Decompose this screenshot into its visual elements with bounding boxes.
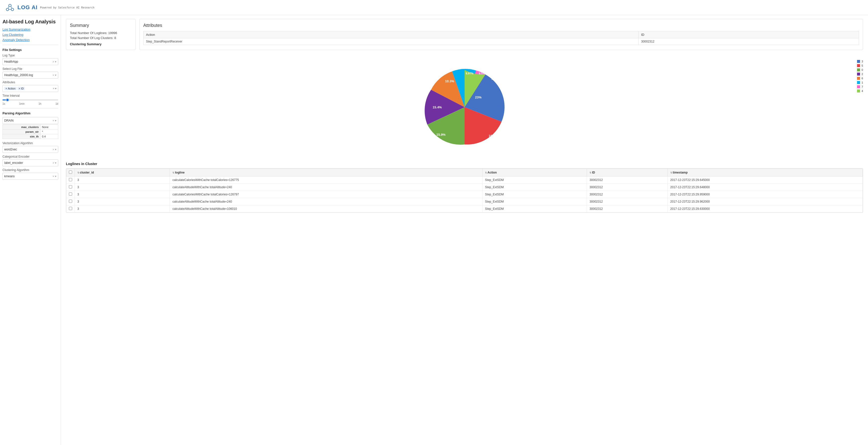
row-timestamp-0: 2017-12-23T22:15:29.645000	[668, 177, 863, 184]
slider-label-1h: 1h	[38, 102, 41, 105]
pie-label-7: 6.5%	[479, 72, 485, 75]
row-action-3: Step_ExtSDM	[483, 198, 587, 205]
log-file-clear-icon[interactable]: ×	[53, 73, 54, 76]
slider-thumb[interactable]	[6, 98, 9, 102]
col-cluster-id-label: cluster_id	[80, 171, 94, 174]
divider-2	[2, 108, 58, 108]
log-file-select[interactable]: HealthApp_20000.log × ▾	[2, 72, 58, 78]
col-cluster-id[interactable]: ⇅cluster_id	[75, 169, 170, 177]
param-key-param-str: param_str	[3, 129, 40, 134]
row-cluster-id-1: 3	[75, 184, 170, 191]
legend-item-7: 7	[857, 85, 863, 88]
row-check-2[interactable]	[69, 192, 72, 196]
legend-label-5: 5	[862, 64, 863, 67]
tag-remove-id[interactable]: ×	[19, 87, 20, 90]
clustering-algorithm-value: kmeans	[4, 174, 53, 178]
categorical-encoder-select[interactable]: label_encoder × ▾	[2, 159, 58, 166]
table-row: 3 calculateCaloriesWithCache totalCalori…	[66, 191, 863, 198]
logo-text: LOG AI	[18, 4, 37, 11]
pie-label-6: 10.3%	[445, 79, 454, 83]
legend-item-1: 1	[857, 81, 863, 84]
col-timestamp[interactable]: ⇅timestamp	[668, 169, 863, 177]
tag-dropdown-icon[interactable]: ▾	[55, 87, 57, 90]
tag-clear-icon[interactable]: ×	[53, 87, 55, 90]
legend-item-6: 6	[857, 77, 863, 80]
table-row: 3 calculateAltitudeWithCache totalAltitu…	[66, 184, 863, 191]
parsing-algorithm-value: DRAIN	[4, 119, 53, 122]
params-table: max_clusters None param_str * sim_th 0.4	[2, 125, 58, 139]
total-loglines-stat: Total Number Of Loglines: 19996	[70, 31, 131, 35]
table-header-row: ⇅cluster_id ⇅logline ⇅Action ⇅ID ⇅timest…	[66, 169, 863, 177]
row-check-3[interactable]	[69, 200, 72, 203]
sidebar-item-log-clustering[interactable]: Log Clustering	[2, 33, 58, 36]
vectorization-select[interactable]: word2vec × ▾	[2, 146, 58, 153]
parsing-clear-icon[interactable]: ×	[53, 119, 54, 122]
categorical-encoder-dropdown-icon[interactable]: ▾	[55, 161, 57, 165]
pie-label-3: 23%	[475, 95, 481, 99]
log-type-value: HealthApp	[4, 60, 53, 63]
attributes-panel: Attributes Action ID Step_StandReportRec…	[139, 19, 863, 50]
row-check-0[interactable]	[69, 178, 72, 181]
log-type-dropdown-icon[interactable]: ▾	[55, 60, 57, 63]
log-type-select[interactable]: HealthApp × ▾	[2, 58, 58, 65]
powered-by: Powered by Salesforce AI Research	[40, 6, 94, 9]
log-type-controls: × ▾	[53, 60, 57, 63]
sidebar-item-log-summarization[interactable]: Log Summarization	[2, 28, 58, 31]
col-action[interactable]: ⇅Action	[483, 169, 587, 177]
row-cluster-id-4: 3	[75, 205, 170, 213]
sidebar-item-anomaly-detection[interactable]: Anomaly Detection	[2, 38, 58, 42]
time-interval-slider[interactable]: 1s 1min 1h 1d	[2, 99, 58, 105]
row-logline-2: calculateCaloriesWithCache totalCalories…	[170, 191, 483, 198]
sort-icon-cluster-id: ⇅	[78, 171, 79, 174]
row-timestamp-2: 2017-12-23T22:15:29.959000	[668, 191, 863, 198]
attr-header-row: Action ID	[144, 31, 859, 38]
row-id-2: 30002312	[587, 191, 668, 198]
loglines-table: ⇅cluster_id ⇅logline ⇅Action ⇅ID ⇅timest…	[66, 168, 863, 213]
row-id-0: 30002312	[587, 177, 668, 184]
categorical-encoder-controls: × ▾	[53, 161, 57, 165]
col-timestamp-label: timestamp	[673, 171, 688, 174]
row-check-1[interactable]	[69, 185, 72, 188]
col-checkbox	[66, 169, 75, 177]
total-loglines-value: 19996	[108, 31, 117, 35]
table-row: 3 calculateAltitudeWithCache totalAltitu…	[66, 198, 863, 205]
parsing-algorithm-title: Parsing Algortihm	[2, 112, 58, 115]
row-cluster-id-0: 3	[75, 177, 170, 184]
row-timestamp-3: 2017-12-23T22:15:29.962000	[668, 198, 863, 205]
attributes-input[interactable]: × Action × ID × ▾	[2, 85, 58, 92]
log-type-clear-icon[interactable]: ×	[53, 60, 54, 63]
row-checkbox-2	[66, 191, 75, 198]
vectorization-clear-icon[interactable]: ×	[53, 148, 54, 151]
legend-label-7: 7	[862, 85, 863, 88]
tag-label-id: ID	[21, 87, 24, 90]
param-key-max-clusters: max_clusters	[3, 125, 40, 129]
row-check-4[interactable]	[69, 207, 72, 210]
sort-icon-action: ⇅	[485, 171, 487, 174]
col-action-label: Action	[488, 171, 497, 174]
col-logline[interactable]: ⇅logline	[170, 169, 483, 177]
total-clusters-label: Total Number Of Log Clusters:	[70, 36, 114, 40]
svg-line-4	[11, 6, 12, 8]
parsing-dropdown-icon[interactable]: ▾	[55, 119, 57, 122]
slider-label-1s: 1s	[2, 102, 5, 105]
clustering-algorithm-clear-icon[interactable]: ×	[53, 175, 54, 178]
col-id[interactable]: ⇅ID	[587, 169, 668, 177]
select-all-checkbox[interactable]	[69, 170, 72, 174]
row-checkbox-3	[66, 198, 75, 205]
row-cluster-id-3: 3	[75, 198, 170, 205]
log-file-value: HealthApp_20000.log	[4, 73, 53, 77]
clustering-summary-label: Clustering Summary	[70, 42, 131, 46]
vectorization-dropdown-icon[interactable]: ▾	[55, 148, 57, 151]
log-file-dropdown-icon[interactable]: ▾	[55, 73, 57, 77]
legend-item-0: 0	[857, 68, 863, 71]
log-file-controls: × ▾	[53, 73, 57, 77]
tag-remove-action[interactable]: ×	[5, 87, 7, 90]
categorical-encoder-clear-icon[interactable]: ×	[53, 161, 54, 164]
parsing-algorithm-select[interactable]: DRAIN × ▾	[2, 117, 58, 124]
select-log-file-label: Select Log File	[2, 67, 58, 71]
attr-action-value: Step_StandReportReceiver	[144, 38, 639, 45]
clustering-algorithm-dropdown-icon[interactable]: ▾	[55, 175, 57, 178]
total-loglines-label: Total Number Of Loglines:	[70, 31, 107, 35]
clustering-algorithm-select[interactable]: kmeans × ▾	[2, 173, 58, 180]
attr-id-value: 30002312	[639, 38, 859, 45]
